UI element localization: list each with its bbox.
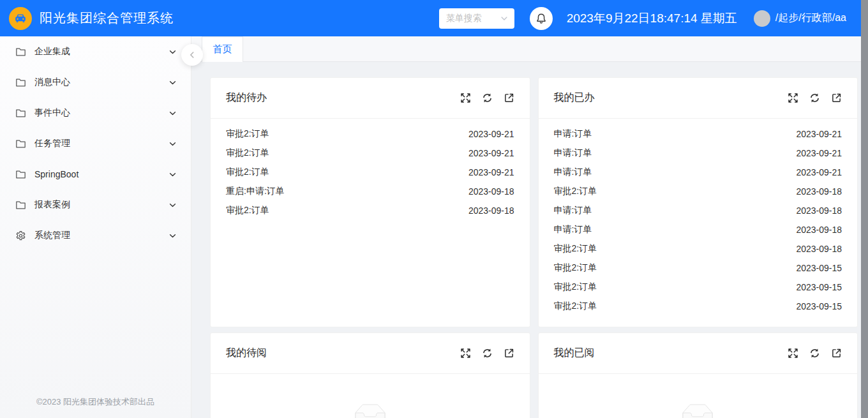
header-datetime: 2023年9月22日18:47:14 星期五: [567, 10, 737, 27]
card-header: 我的已办: [539, 78, 858, 119]
list-item[interactable]: 审批2:订单 2023-09-18: [226, 201, 514, 220]
top-header-bar: 阳光集团综合管理系统 菜单搜索 2023年9月22日18:47:14 星期五 /…: [0, 0, 868, 36]
main-layout: 企业集成 消息中心: [0, 36, 868, 418]
expand-icon[interactable]: [788, 93, 798, 103]
expand-icon[interactable]: [788, 348, 798, 359]
chevron-down-icon: [168, 48, 177, 56]
list-item[interactable]: 审批2:订单 2023-09-21: [226, 163, 514, 182]
card-my-done: 我的已办: [538, 77, 858, 327]
folder-icon: [15, 47, 27, 57]
card-title: 我的待阅: [226, 347, 460, 360]
tab-bar: 首页: [191, 36, 868, 62]
list-item[interactable]: 审批2:订单 2023-09-21: [226, 124, 514, 144]
list-item[interactable]: 审批2:订单 2023-09-21: [226, 144, 514, 163]
list-item[interactable]: 审批2:订单 2023-09-15: [554, 297, 842, 316]
sidebar-item-label: 系统管理: [34, 230, 168, 241]
copyright-footer: ©2023 阳光集团体验技术部出品: [0, 396, 191, 408]
item-title: 审批2:订单: [554, 243, 597, 255]
item-title: 审批2:订单: [226, 205, 269, 216]
sidebar-menu: 企业集成 消息中心: [0, 36, 191, 251]
list-item[interactable]: 审批2:订单 2023-09-15: [554, 278, 842, 297]
page-scrollbar: [861, 0, 868, 418]
folder-icon: [15, 138, 27, 149]
item-title: 审批2:订单: [554, 281, 597, 293]
folder-icon: [15, 77, 27, 88]
chevron-down-icon: [168, 170, 177, 179]
sidebar-item-label: 报表案例: [34, 199, 168, 211]
chevron-left-icon: [188, 50, 197, 59]
refresh-icon[interactable]: [482, 348, 493, 359]
user-path-label[interactable]: /起步/行政部/aa: [775, 11, 846, 25]
chevron-down-icon: [500, 14, 509, 23]
done-list: 申请:订单 2023-09-21 申请:订单 2023-09-21 申请:订单 …: [539, 119, 858, 327]
card-actions: [788, 93, 842, 103]
refresh-icon[interactable]: [809, 348, 820, 359]
folder-icon: [15, 169, 27, 180]
list-item[interactable]: 重启:申请:订单 2023-09-18: [226, 182, 514, 201]
sidebar-item[interactable]: 消息中心: [0, 67, 191, 98]
sidebar-item-label: 事件中心: [34, 107, 168, 119]
toread-empty-state: [211, 374, 530, 418]
card-title: 我的已阅: [554, 347, 788, 360]
sidebar-collapse-button[interactable]: [181, 44, 203, 66]
sidebar-item-label: 任务管理: [34, 138, 168, 149]
item-title: 申请:订单: [554, 147, 592, 159]
gear-icon: [15, 230, 27, 241]
list-item[interactable]: 审批2:订单 2023-09-18: [554, 182, 842, 201]
item-title: 申请:订单: [554, 167, 592, 178]
card-actions: [788, 348, 842, 359]
item-date: 2023-09-15: [796, 282, 842, 292]
card-header: 我的已阅: [539, 333, 858, 374]
empty-box-icon: [677, 404, 718, 418]
sidebar-item[interactable]: 系统管理: [0, 220, 191, 251]
expand-icon[interactable]: [460, 93, 471, 103]
refresh-icon[interactable]: [809, 93, 820, 103]
item-date: 2023-09-18: [796, 205, 842, 216]
chevron-down-icon: [168, 232, 177, 240]
list-item[interactable]: 申请:订单 2023-09-21: [554, 144, 842, 163]
item-date: 2023-09-18: [468, 205, 514, 216]
sidebar-item[interactable]: 事件中心: [0, 98, 191, 128]
chevron-down-icon: [168, 201, 177, 209]
list-item[interactable]: 申请:订单 2023-09-21: [554, 163, 842, 182]
item-title: 申请:订单: [554, 128, 592, 140]
chevron-down-icon: [168, 78, 177, 87]
card-my-read: 我的已阅: [538, 332, 858, 418]
sidebar-item[interactable]: SpringBoot: [0, 159, 191, 190]
list-item[interactable]: 申请:订单 2023-09-18: [554, 220, 842, 239]
card-title: 我的已办: [554, 91, 788, 105]
chevron-down-icon: [168, 140, 177, 148]
item-title: 审批2:订单: [226, 128, 269, 140]
folder-icon: [15, 200, 27, 211]
item-date: 2023-09-21: [796, 148, 842, 158]
card-my-toread: 我的待阅: [210, 332, 530, 418]
menu-search-select[interactable]: 菜单搜索: [439, 8, 514, 29]
list-item[interactable]: 审批2:订单 2023-09-15: [554, 258, 842, 278]
app-title: 阳光集团综合管理系统: [40, 10, 174, 27]
item-title: 申请:订单: [554, 205, 592, 216]
export-icon[interactable]: [831, 348, 842, 359]
item-title: 审批2:订单: [226, 147, 269, 159]
sidebar-item[interactable]: 任务管理: [0, 128, 191, 159]
export-icon[interactable]: [831, 93, 842, 103]
expand-icon[interactable]: [460, 348, 471, 359]
sidebar-item[interactable]: 报表案例: [0, 190, 191, 220]
item-title: 审批2:订单: [554, 262, 597, 274]
sidebar-item[interactable]: 企业集成: [0, 36, 191, 67]
tab-home[interactable]: 首页: [202, 36, 243, 62]
list-item[interactable]: 申请:订单 2023-09-18: [554, 201, 842, 220]
export-icon[interactable]: [504, 93, 514, 103]
item-date: 2023-09-18: [468, 186, 514, 197]
card-actions: [460, 93, 514, 103]
list-item[interactable]: 审批2:订单 2023-09-18: [554, 239, 842, 258]
export-icon[interactable]: [504, 348, 514, 359]
notification-button[interactable]: [530, 7, 553, 30]
empty-box-icon: [350, 404, 391, 418]
sidebar-item-label: 消息中心: [34, 77, 168, 88]
scrollbar-thumb[interactable]: [861, 0, 868, 418]
user-avatar[interactable]: [754, 10, 770, 27]
item-date: 2023-09-21: [468, 129, 514, 139]
refresh-icon[interactable]: [482, 93, 493, 103]
list-item[interactable]: 申请:订单 2023-09-21: [554, 124, 842, 144]
item-date: 2023-09-15: [796, 301, 842, 311]
